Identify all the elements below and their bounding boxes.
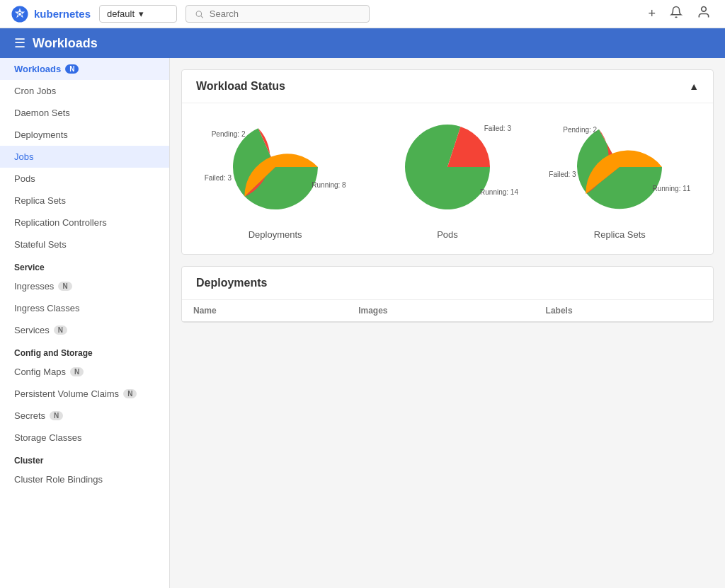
sidebar-item-storage-classes[interactable]: Storage Classes	[0, 427, 169, 449]
col-labels: Labels	[535, 300, 713, 322]
config-maps-label: Config Maps	[14, 367, 66, 377]
sidebar-item-ingresses[interactable]: Ingresses N	[0, 275, 169, 297]
svg-point-6	[702, 7, 707, 12]
main-content: Workload Status ▲	[170, 58, 725, 588]
stateful-sets-label: Stateful Sets	[14, 239, 67, 250]
secrets-label: Secrets	[14, 410, 45, 421]
pods-failed-label: Failed: 3	[484, 125, 511, 132]
workloads-label: Workloads	[14, 64, 61, 74]
ingresses-badge: N	[58, 282, 72, 291]
ingress-classes-label: Ingress Classes	[14, 303, 79, 313]
add-button[interactable]: +	[645, 4, 658, 24]
search-bar[interactable]	[185, 5, 370, 23]
user-avatar-icon[interactable]	[694, 2, 714, 25]
search-input[interactable]	[210, 8, 360, 19]
deployments-chart: Pending: 2 Failed: 3 Running: 8 Deployme…	[212, 110, 339, 240]
sidebar-item-services[interactable]: Services N	[0, 319, 169, 341]
pods-label: Pods	[14, 173, 35, 184]
workload-status-header: Workload Status ▲	[182, 70, 713, 103]
svg-line-5	[201, 16, 203, 18]
col-name: Name	[182, 300, 347, 322]
deployments-failed-label: Failed: 3	[205, 174, 232, 182]
deployments-chart-label: Deployments	[249, 229, 302, 240]
cluster-role-bindings-label: Cluster Role Bindings	[14, 474, 103, 485]
sidebar-item-pods[interactable]: Pods	[0, 168, 169, 190]
svg-point-4	[196, 11, 201, 16]
col-images: Images	[347, 300, 534, 322]
config-maps-badge: N	[70, 367, 84, 376]
deployments-table-card: Deployments Name Images Labels	[181, 266, 714, 323]
sidebar: Workloads N Cron Jobs Daemon Sets Deploy…	[0, 58, 170, 588]
deployments-table-header: Deployments	[182, 267, 713, 300]
sidebar-item-workloads[interactable]: Workloads N	[0, 58, 169, 80]
topbar: kubernetes default ▾ +	[0, 0, 725, 28]
notifications-icon[interactable]	[667, 3, 685, 25]
replicasets-pending-label: Pending: 2	[563, 126, 597, 134]
deployments-table-title: Deployments	[196, 277, 267, 289]
secrets-badge: N	[50, 411, 63, 420]
logo: kubernetes	[11, 6, 91, 23]
cron-jobs-label: Cron Jobs	[14, 86, 56, 96]
daemon-sets-label: Daemon Sets	[14, 108, 70, 118]
sidebar-item-jobs[interactable]: Jobs	[0, 146, 169, 168]
sidebar-item-secrets[interactable]: Secrets N	[0, 405, 169, 427]
charts-grid: Pending: 2 Failed: 3 Running: 8 Deployme…	[196, 110, 699, 240]
sidebar-item-cluster-role-bindings[interactable]: Cluster Role Bindings	[0, 468, 169, 490]
jobs-label: Jobs	[14, 151, 33, 162]
replicasets-chart: Pending: 2 Failed: 3 Running: 11 Replica…	[556, 110, 683, 240]
replication-controllers-label: Replication Controllers	[14, 217, 107, 228]
sidebar-item-stateful-sets[interactable]: Stateful Sets	[0, 234, 169, 255]
sidebar-item-ingress-classes[interactable]: Ingress Classes	[0, 297, 169, 319]
sidebar-item-daemon-sets[interactable]: Daemon Sets	[0, 102, 169, 124]
ingresses-label: Ingresses	[14, 281, 54, 292]
section-title: Workloads	[33, 36, 98, 51]
pvc-badge: N	[123, 389, 137, 398]
app-title: kubernetes	[34, 8, 91, 20]
replicasets-running-label: Running: 11	[652, 185, 690, 192]
namespace-value: default	[107, 8, 135, 19]
pods-pie-chart	[398, 117, 497, 217]
deployments-label: Deployments	[14, 129, 68, 140]
sidebar-item-config-maps[interactable]: Config Maps N	[0, 361, 169, 383]
hamburger-icon[interactable]: ☰	[14, 35, 25, 51]
pods-running-label: Running: 14	[480, 188, 518, 196]
layout: Workloads N Cron Jobs Daemon Sets Deploy…	[0, 58, 725, 588]
sidebar-item-replication-controllers[interactable]: Replication Controllers	[0, 212, 169, 234]
sidebar-item-cron-jobs[interactable]: Cron Jobs	[0, 80, 169, 102]
search-icon	[195, 9, 204, 19]
workload-status-title: Workload Status	[196, 80, 285, 93]
svg-point-3	[18, 13, 21, 16]
pvc-label: Persistent Volume Claims	[14, 388, 119, 399]
config-section-label: Config and Storage	[0, 341, 169, 361]
services-badge: N	[54, 325, 67, 335]
replica-sets-label: Replica Sets	[14, 195, 66, 206]
services-label: Services	[14, 325, 50, 335]
pods-chart: Failed: 3 Running: 14 Pods	[384, 110, 511, 240]
service-section-label: Service	[0, 255, 169, 275]
chevron-down-icon: ▾	[139, 8, 144, 19]
workloads-badge: N	[65, 64, 79, 74]
deployments-table: Name Images Labels	[182, 300, 713, 322]
section-header: ☰ Workloads	[0, 28, 725, 58]
pods-chart-label: Pods	[437, 229, 458, 240]
sidebar-item-deployments[interactable]: Deployments	[0, 124, 169, 146]
deployments-running-label: Running: 8	[312, 181, 346, 189]
workload-status-card: Workload Status ▲	[181, 69, 714, 255]
workload-status-body: Pending: 2 Failed: 3 Running: 8 Deployme…	[182, 103, 713, 254]
namespace-selector[interactable]: default ▾	[99, 5, 177, 23]
sidebar-item-replica-sets[interactable]: Replica Sets	[0, 190, 169, 212]
cluster-section-label: Cluster	[0, 449, 169, 468]
replicasets-failed-label: Failed: 3	[549, 171, 576, 178]
deployments-pending-label: Pending: 2	[212, 130, 246, 138]
collapse-icon[interactable]: ▲	[689, 81, 699, 92]
sidebar-item-pvc[interactable]: Persistent Volume Claims N	[0, 383, 169, 405]
replicasets-chart-label: Replica Sets	[594, 229, 646, 240]
k8s-logo-icon	[11, 6, 28, 23]
storage-classes-label: Storage Classes	[14, 432, 81, 443]
